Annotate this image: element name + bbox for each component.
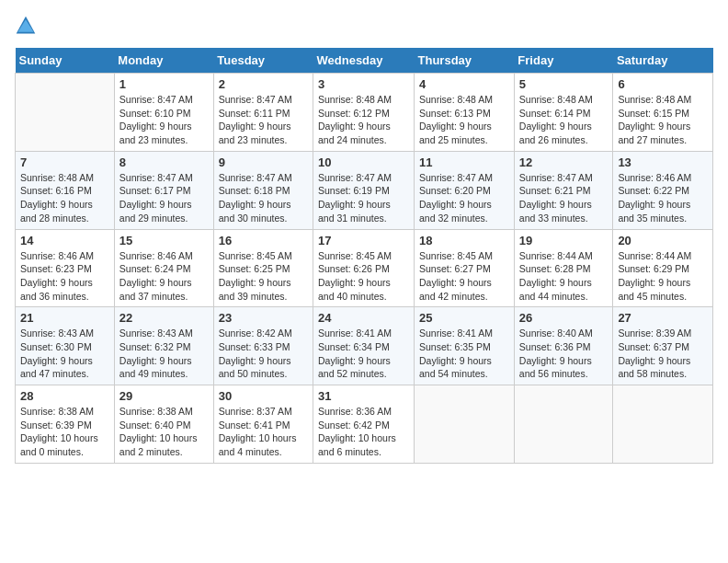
- day-info: Sunrise: 8:43 AMSunset: 6:32 PMDaylight:…: [119, 327, 209, 381]
- day-info: Sunrise: 8:45 AMSunset: 6:27 PMDaylight:…: [419, 249, 509, 304]
- day-cell: 30Sunrise: 8:37 AMSunset: 6:41 PMDayligh…: [213, 385, 313, 464]
- day-number: 24: [318, 311, 409, 325]
- day-info: Sunrise: 8:46 AMSunset: 6:24 PMDaylight:…: [119, 249, 209, 304]
- day-header-sunday: Sunday: [16, 48, 115, 74]
- day-number: 19: [519, 234, 609, 247]
- day-cell: 12Sunrise: 8:47 AMSunset: 6:21 PMDayligh…: [514, 151, 613, 229]
- day-info: Sunrise: 8:47 AMSunset: 6:11 PMDaylight:…: [219, 93, 308, 147]
- page-header: [15, 15, 713, 37]
- day-number: 1: [119, 77, 209, 91]
- day-cell: 20Sunrise: 8:44 AMSunset: 6:29 PMDayligh…: [613, 229, 713, 307]
- day-number: 6: [618, 77, 708, 91]
- week-row-1: 1Sunrise: 8:47 AMSunset: 6:10 PMDaylight…: [16, 74, 713, 152]
- day-number: 29: [119, 389, 209, 403]
- day-info: Sunrise: 8:48 AMSunset: 6:12 PMDaylight:…: [318, 93, 409, 147]
- day-number: 3: [318, 77, 409, 91]
- calendar-header-row: SundayMondayTuesdayWednesdayThursdayFrid…: [16, 48, 713, 74]
- day-cell: 1Sunrise: 8:47 AMSunset: 6:10 PMDaylight…: [114, 74, 213, 152]
- day-cell: [16, 74, 115, 152]
- day-cell: 3Sunrise: 8:48 AMSunset: 6:12 PMDaylight…: [313, 74, 415, 152]
- day-info: Sunrise: 8:36 AMSunset: 6:42 PMDaylight:…: [318, 405, 409, 459]
- day-info: Sunrise: 8:41 AMSunset: 6:35 PMDaylight:…: [419, 327, 509, 381]
- day-number: 4: [419, 77, 509, 91]
- day-cell: 24Sunrise: 8:41 AMSunset: 6:34 PMDayligh…: [313, 307, 415, 385]
- svg-marker-1: [17, 19, 33, 32]
- day-info: Sunrise: 8:38 AMSunset: 6:39 PMDaylight:…: [20, 405, 109, 459]
- day-info: Sunrise: 8:47 AMSunset: 6:10 PMDaylight:…: [119, 93, 209, 147]
- day-number: 25: [419, 311, 509, 325]
- day-cell: 11Sunrise: 8:47 AMSunset: 6:20 PMDayligh…: [415, 151, 515, 229]
- day-cell: 31Sunrise: 8:36 AMSunset: 6:42 PMDayligh…: [313, 385, 415, 464]
- day-number: 18: [419, 234, 509, 247]
- day-number: 28: [20, 389, 109, 403]
- day-info: Sunrise: 8:47 AMSunset: 6:17 PMDaylight:…: [119, 171, 209, 225]
- week-row-5: 28Sunrise: 8:38 AMSunset: 6:39 PMDayligh…: [16, 385, 713, 464]
- day-number: 14: [20, 234, 109, 247]
- day-info: Sunrise: 8:48 AMSunset: 6:15 PMDaylight:…: [618, 93, 708, 147]
- day-info: Sunrise: 8:47 AMSunset: 6:19 PMDaylight:…: [318, 171, 409, 225]
- calendar-table: SundayMondayTuesdayWednesdayThursdayFrid…: [15, 48, 713, 464]
- day-number: 20: [618, 234, 708, 247]
- day-number: 26: [519, 311, 609, 325]
- day-number: 12: [519, 155, 609, 169]
- day-cell: [415, 385, 515, 464]
- day-header-thursday: Thursday: [415, 48, 515, 74]
- day-number: 8: [119, 155, 209, 169]
- day-cell: 13Sunrise: 8:46 AMSunset: 6:22 PMDayligh…: [613, 151, 713, 229]
- day-number: 13: [618, 155, 708, 169]
- day-cell: [613, 385, 713, 464]
- day-number: 2: [219, 77, 308, 91]
- day-cell: 8Sunrise: 8:47 AMSunset: 6:17 PMDaylight…: [114, 151, 213, 229]
- day-cell: 16Sunrise: 8:45 AMSunset: 6:25 PMDayligh…: [213, 229, 313, 307]
- day-number: 31: [318, 389, 409, 403]
- day-header-friday: Friday: [514, 48, 613, 74]
- day-number: 17: [318, 234, 409, 247]
- day-number: 22: [119, 311, 209, 325]
- day-info: Sunrise: 8:48 AMSunset: 6:14 PMDaylight:…: [519, 93, 609, 147]
- day-cell: 22Sunrise: 8:43 AMSunset: 6:32 PMDayligh…: [114, 307, 213, 385]
- day-header-monday: Monday: [114, 48, 213, 74]
- day-info: Sunrise: 8:44 AMSunset: 6:28 PMDaylight:…: [519, 249, 609, 304]
- day-info: Sunrise: 8:46 AMSunset: 6:22 PMDaylight:…: [618, 171, 708, 225]
- day-cell: 10Sunrise: 8:47 AMSunset: 6:19 PMDayligh…: [313, 151, 415, 229]
- day-cell: 25Sunrise: 8:41 AMSunset: 6:35 PMDayligh…: [415, 307, 515, 385]
- day-info: Sunrise: 8:42 AMSunset: 6:33 PMDaylight:…: [219, 327, 308, 381]
- day-number: 21: [20, 311, 109, 325]
- day-cell: 15Sunrise: 8:46 AMSunset: 6:24 PMDayligh…: [114, 229, 213, 307]
- day-info: Sunrise: 8:48 AMSunset: 6:13 PMDaylight:…: [419, 93, 509, 147]
- day-cell: 29Sunrise: 8:38 AMSunset: 6:40 PMDayligh…: [114, 385, 213, 464]
- day-number: 7: [20, 155, 109, 169]
- day-info: Sunrise: 8:41 AMSunset: 6:34 PMDaylight:…: [318, 327, 409, 381]
- day-info: Sunrise: 8:48 AMSunset: 6:16 PMDaylight:…: [20, 171, 109, 225]
- day-number: 11: [419, 155, 509, 169]
- day-info: Sunrise: 8:40 AMSunset: 6:36 PMDaylight:…: [519, 327, 609, 381]
- day-number: 5: [519, 77, 609, 91]
- logo: [15, 15, 40, 37]
- day-cell: 6Sunrise: 8:48 AMSunset: 6:15 PMDaylight…: [613, 74, 713, 152]
- day-info: Sunrise: 8:47 AMSunset: 6:20 PMDaylight:…: [419, 171, 509, 225]
- day-cell: [514, 385, 613, 464]
- day-info: Sunrise: 8:45 AMSunset: 6:26 PMDaylight:…: [318, 249, 409, 304]
- day-info: Sunrise: 8:47 AMSunset: 6:21 PMDaylight:…: [519, 171, 609, 225]
- day-info: Sunrise: 8:47 AMSunset: 6:18 PMDaylight:…: [219, 171, 308, 225]
- logo-icon: [15, 15, 37, 37]
- day-info: Sunrise: 8:39 AMSunset: 6:37 PMDaylight:…: [618, 327, 708, 381]
- day-header-tuesday: Tuesday: [213, 48, 313, 74]
- day-cell: 28Sunrise: 8:38 AMSunset: 6:39 PMDayligh…: [16, 385, 115, 464]
- day-info: Sunrise: 8:46 AMSunset: 6:23 PMDaylight:…: [20, 249, 109, 304]
- day-number: 15: [119, 234, 209, 247]
- day-cell: 9Sunrise: 8:47 AMSunset: 6:18 PMDaylight…: [213, 151, 313, 229]
- day-info: Sunrise: 8:37 AMSunset: 6:41 PMDaylight:…: [219, 405, 308, 459]
- day-number: 16: [219, 234, 308, 247]
- day-header-wednesday: Wednesday: [313, 48, 415, 74]
- week-row-3: 14Sunrise: 8:46 AMSunset: 6:23 PMDayligh…: [16, 229, 713, 307]
- day-info: Sunrise: 8:38 AMSunset: 6:40 PMDaylight:…: [119, 405, 209, 459]
- day-number: 30: [219, 389, 308, 403]
- day-cell: 23Sunrise: 8:42 AMSunset: 6:33 PMDayligh…: [213, 307, 313, 385]
- day-info: Sunrise: 8:44 AMSunset: 6:29 PMDaylight:…: [618, 249, 708, 304]
- day-cell: 14Sunrise: 8:46 AMSunset: 6:23 PMDayligh…: [16, 229, 115, 307]
- day-cell: 2Sunrise: 8:47 AMSunset: 6:11 PMDaylight…: [213, 74, 313, 152]
- day-number: 23: [219, 311, 308, 325]
- day-cell: 19Sunrise: 8:44 AMSunset: 6:28 PMDayligh…: [514, 229, 613, 307]
- day-cell: 17Sunrise: 8:45 AMSunset: 6:26 PMDayligh…: [313, 229, 415, 307]
